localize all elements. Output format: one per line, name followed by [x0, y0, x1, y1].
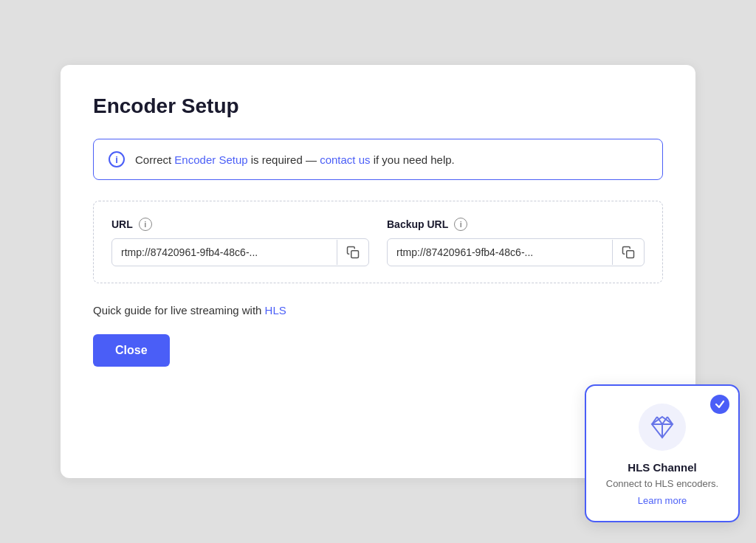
url-input-wrapper: [111, 238, 369, 266]
copy-icon-2: [622, 246, 635, 259]
backup-url-info-icon[interactable]: i: [454, 218, 467, 231]
encoder-setup-link[interactable]: Encoder Setup: [174, 153, 247, 166]
backup-url-copy-button[interactable]: [612, 240, 644, 265]
url-field: URL i: [111, 218, 369, 266]
svg-rect-0: [351, 251, 359, 258]
backup-url-label: Backup URL: [387, 218, 448, 230]
info-banner-text: Correct Encoder Setup is required — cont…: [135, 153, 455, 166]
url-copy-button[interactable]: [337, 240, 368, 265]
backup-url-input[interactable]: [388, 239, 612, 266]
contact-us-link[interactable]: contact us: [320, 153, 370, 166]
backup-url-input-wrapper: [387, 238, 645, 266]
page-title: Encoder Setup: [93, 94, 663, 118]
diamond-icon: [650, 415, 675, 440]
hls-icon-background: [639, 404, 686, 451]
url-label-row: URL i: [111, 218, 369, 231]
url-section: URL i Backup URL i: [93, 201, 663, 283]
backup-url-field: Backup URL i: [387, 218, 645, 266]
copy-icon: [346, 246, 360, 259]
url-info-icon[interactable]: i: [139, 218, 152, 231]
close-button[interactable]: Close: [93, 334, 170, 367]
hls-card-description: Connect to HLS encoders.: [606, 478, 718, 489]
url-row: URL i Backup URL i: [111, 218, 645, 266]
url-input[interactable]: [112, 239, 337, 266]
backup-url-label-row: Backup URL i: [387, 218, 645, 231]
hls-card-title: HLS Channel: [628, 461, 696, 474]
learn-more-link[interactable]: Learn more: [638, 495, 687, 506]
hls-link[interactable]: HLS: [265, 304, 286, 317]
info-icon: i: [109, 151, 125, 167]
info-banner: i Correct Encoder Setup is required — co…: [93, 139, 663, 180]
hls-card: HLS Channel Connect to HLS encoders. Lea…: [585, 384, 740, 522]
svg-rect-1: [627, 251, 634, 258]
hls-check-icon: [710, 395, 729, 414]
encoder-setup-card: Encoder Setup i Correct Encoder Setup is…: [61, 65, 695, 478]
url-label: URL: [111, 218, 133, 230]
quick-guide-text: Quick guide for live streaming with HLS: [93, 304, 663, 317]
